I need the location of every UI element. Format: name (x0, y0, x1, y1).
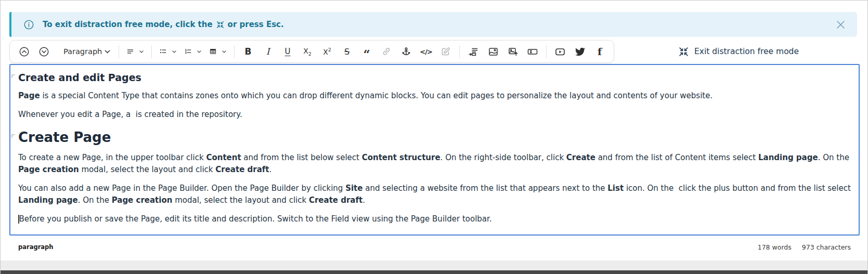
exit-button-label: Exit distraction free mode (694, 47, 799, 56)
code-button[interactable]: </> (417, 43, 435, 60)
upload-image-button[interactable] (503, 43, 522, 60)
superscript-icon: X2 (323, 47, 331, 56)
text-alignment-dropdown[interactable] (123, 43, 147, 60)
content-paragraph[interactable]: To create a new Page, in the upper toolb… (18, 152, 851, 176)
code-icon: </> (420, 48, 432, 56)
bottom-dark-strip (1, 270, 867, 274)
svg-text:2: 2 (185, 51, 187, 54)
bulleted-list-icon (160, 47, 166, 56)
distraction-free-editor-page: To exit distraction free mode, click the… (0, 0, 868, 274)
chevron-down-icon (197, 50, 201, 54)
insert-block-button[interactable] (464, 43, 483, 60)
toolbar-separator (119, 45, 119, 58)
content-heading-create-page[interactable]: Create Page (18, 129, 851, 145)
arrow-down-circle-icon (39, 47, 49, 57)
input-field-icon (527, 47, 538, 57)
exit-distraction-free-button[interactable]: Exit distraction free mode (679, 45, 799, 58)
subscript-icon: X2 (303, 47, 311, 57)
editor-content-area[interactable]: Create and edit Pages Page is a special … (9, 64, 860, 236)
chevron-down-icon (172, 50, 176, 54)
collapse-icon (216, 21, 224, 29)
move-down-button[interactable] (34, 43, 53, 60)
word-count: 178 words (758, 243, 792, 251)
collapse-icon (679, 47, 689, 57)
toolbar-separator (151, 45, 152, 58)
subscript-button[interactable]: X2 (298, 43, 317, 60)
heading-marker-icon (11, 134, 16, 138)
image-icon (488, 47, 498, 57)
editor-toolbar: Paragraph 1 2 (9, 40, 614, 63)
banner-message: To exit distraction free mode, click the… (43, 20, 284, 29)
embed-twitter-button[interactable] (571, 43, 589, 60)
content-paragraph[interactable]: Page is a special Content Type that cont… (18, 90, 851, 102)
banner-close-button[interactable] (837, 21, 845, 29)
underline-button[interactable]: U (278, 43, 297, 60)
bulleted-list-dropdown[interactable] (156, 43, 180, 60)
youtube-icon (555, 47, 565, 57)
embed-facebook-button[interactable]: f (590, 43, 609, 60)
insert-table-dropdown[interactable] (206, 43, 230, 60)
align-left-icon (127, 47, 134, 56)
facebook-icon: f (598, 46, 602, 57)
embed-youtube-button[interactable] (551, 43, 569, 60)
numbered-list-dropdown[interactable]: 1 2 (181, 43, 205, 60)
blockquote-icon: “ (363, 47, 370, 57)
link-icon (382, 47, 391, 56)
superscript-button[interactable]: X2 (318, 43, 336, 60)
insert-block-icon (469, 47, 478, 57)
underline-icon: U (285, 47, 291, 56)
chevron-down-icon (105, 50, 110, 54)
editor-status-bar: paragraph 178 words 973 characters (9, 236, 860, 258)
notification-banner: To exit distraction free mode, click the… (9, 12, 857, 37)
blockquote-button[interactable]: “ (357, 43, 376, 60)
strikethrough-button[interactable]: S (338, 43, 356, 60)
toolbar-separator (546, 45, 547, 58)
table-icon (210, 47, 216, 56)
content-paragraph[interactable]: You can also add a new Page in the Page … (18, 182, 851, 206)
link-button[interactable] (377, 43, 396, 60)
move-up-button[interactable] (15, 43, 33, 60)
arrow-up-circle-icon (19, 47, 29, 57)
chevron-down-icon (139, 50, 144, 54)
bold-button[interactable]: B (239, 43, 257, 60)
numbered-list-icon: 1 2 (185, 47, 191, 56)
footer-background-band (1, 260, 867, 270)
document-counts: 178 words 973 characters (758, 243, 851, 251)
twitter-icon (575, 47, 585, 57)
block-format-dropdown[interactable]: Paragraph (59, 43, 114, 60)
content-paragraph[interactable]: Whenever you edit a Page, a is created i… (18, 109, 851, 121)
content-heading-create-edit-pages[interactable]: Create and edit Pages (18, 72, 851, 83)
bold-icon: B (245, 46, 252, 57)
block-format-value: Paragraph (63, 47, 102, 56)
heading-marker-icon (11, 74, 16, 79)
info-icon (24, 20, 34, 30)
chevron-down-icon (222, 50, 226, 54)
banner-text-after: or press Esc. (228, 20, 284, 29)
italic-icon: I (266, 46, 270, 57)
anchor-icon (401, 47, 411, 56)
italic-button[interactable]: I (258, 43, 277, 60)
edit-source-button[interactable] (436, 43, 455, 60)
toolbar-separator (459, 45, 460, 58)
insert-field-button[interactable] (523, 43, 542, 60)
image-upload-icon (508, 47, 518, 57)
insert-image-button[interactable] (484, 43, 502, 60)
current-block-type: paragraph (18, 243, 54, 251)
strikethrough-icon: S (344, 47, 349, 57)
close-icon (837, 21, 845, 29)
content-paragraph[interactable]: Before you publish or save the Page, edi… (18, 213, 851, 225)
banner-text-before: To exit distraction free mode, click the (43, 20, 213, 29)
anchor-button[interactable] (397, 43, 416, 60)
edit-icon (441, 47, 450, 56)
character-count: 973 characters (802, 243, 851, 251)
toolbar-separator (234, 45, 235, 58)
